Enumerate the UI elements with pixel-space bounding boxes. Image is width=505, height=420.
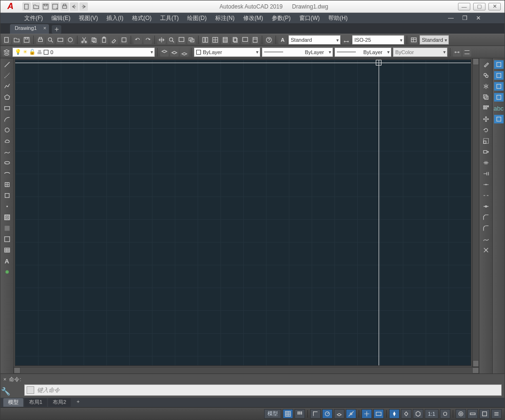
- gradient-icon[interactable]: [2, 224, 12, 233]
- ellipse-icon[interactable]: [2, 159, 12, 167]
- maximize-button[interactable]: ▢: [473, 3, 486, 10]
- layer-match-icon[interactable]: [160, 48, 169, 56]
- saveas-icon[interactable]: [51, 2, 59, 11]
- scroll-track[interactable]: [20, 367, 472, 373]
- array-icon[interactable]: [481, 104, 491, 112]
- copy-object-icon[interactable]: [481, 71, 491, 80]
- menu-insert[interactable]: 插入(I): [106, 14, 123, 22]
- fillet-icon[interactable]: [481, 224, 491, 233]
- redo-icon[interactable]: [79, 2, 88, 11]
- dim6-icon[interactable]: [494, 115, 504, 123]
- region-icon[interactable]: [2, 235, 12, 243]
- layer-prev-icon[interactable]: [170, 48, 179, 56]
- break-icon[interactable]: [481, 191, 491, 200]
- snap-toggle[interactable]: [295, 409, 305, 419]
- command-close-icon[interactable]: ×: [3, 376, 6, 382]
- document-tab[interactable]: Drawing1 ×: [10, 24, 49, 34]
- qnew-icon[interactable]: [2, 36, 11, 44]
- minimize-button[interactable]: —: [458, 3, 470, 10]
- dimstyle-combo[interactable]: ISO-25: [352, 35, 404, 45]
- mirror-icon[interactable]: [481, 82, 491, 91]
- ellipse-arc-icon[interactable]: [2, 169, 12, 178]
- customization-icon[interactable]: [491, 409, 502, 419]
- drawing-canvas[interactable]: [15, 59, 471, 366]
- make-block-icon[interactable]: [2, 191, 12, 200]
- dim5-icon[interactable]: abc: [494, 104, 504, 112]
- revcloud-icon[interactable]: [2, 137, 12, 145]
- menu-modify[interactable]: 修改(M): [243, 14, 263, 22]
- open-icon[interactable]: [32, 2, 40, 11]
- undo-icon[interactable]: [133, 36, 142, 44]
- undo-icon[interactable]: [70, 2, 78, 11]
- tab-close-icon[interactable]: ×: [43, 25, 46, 31]
- hatch-icon[interactable]: [2, 213, 12, 222]
- erase-icon[interactable]: [481, 60, 491, 69]
- scroll-track[interactable]: [473, 65, 479, 360]
- blend-icon[interactable]: [481, 235, 491, 243]
- zoomwin-icon[interactable]: [177, 36, 186, 44]
- new-icon[interactable]: [22, 2, 31, 11]
- dim4-icon[interactable]: [494, 93, 504, 102]
- isodraft-toggle[interactable]: [334, 409, 344, 419]
- sheetset-icon[interactable]: [231, 36, 239, 44]
- model-tab[interactable]: 模型: [3, 398, 23, 407]
- grid-toggle[interactable]: [283, 409, 293, 419]
- quick-properties-toggle[interactable]: [479, 409, 490, 419]
- layout2-tab[interactable]: 布局2: [48, 398, 71, 407]
- selection-cycling-toggle[interactable]: [401, 409, 411, 419]
- mdi-restore-icon[interactable]: ❐: [462, 15, 467, 21]
- menu-help[interactable]: 帮助(H): [328, 14, 348, 22]
- add-layout-button[interactable]: +: [72, 398, 84, 407]
- command-settings-icon[interactable]: 🔧: [0, 387, 11, 396]
- offset-icon[interactable]: [481, 93, 491, 102]
- line-icon[interactable]: [2, 60, 12, 69]
- matchprop-icon[interactable]: [110, 36, 118, 44]
- dim-linear-icon[interactable]: [453, 48, 461, 56]
- menu-view[interactable]: 视图(V): [79, 14, 98, 22]
- redo-icon[interactable]: [143, 36, 152, 44]
- help-icon[interactable]: [265, 36, 273, 44]
- menu-tools[interactable]: 工具(T): [160, 14, 179, 22]
- blockeditor-icon[interactable]: [120, 36, 128, 44]
- anno-visibility-toggle[interactable]: [440, 409, 450, 419]
- save-icon[interactable]: [41, 2, 50, 11]
- preview-icon[interactable]: [46, 36, 55, 44]
- 3dosnap-toggle[interactable]: [413, 409, 423, 419]
- print-icon[interactable]: [60, 2, 69, 11]
- status-model[interactable]: 模型: [264, 409, 281, 419]
- insert-block-icon[interactable]: [2, 180, 12, 189]
- mtext-icon[interactable]: A: [2, 257, 12, 265]
- dim3-icon[interactable]: [494, 82, 504, 91]
- vertical-scrollbar[interactable]: [472, 58, 479, 367]
- dimstyle-icon[interactable]: [342, 36, 351, 44]
- move-icon[interactable]: [481, 115, 491, 123]
- construction-line-icon[interactable]: [2, 71, 12, 80]
- command-input[interactable]: 键入命令: [37, 386, 499, 394]
- tablestyle-icon[interactable]: [410, 36, 418, 44]
- table-icon[interactable]: [2, 246, 12, 254]
- new-tab-button[interactable]: +: [52, 25, 61, 34]
- chamfer-icon[interactable]: [481, 213, 491, 222]
- scroll-up-icon[interactable]: [473, 58, 479, 65]
- layer-manager-icon[interactable]: [2, 48, 11, 56]
- dim2-icon[interactable]: [494, 71, 504, 80]
- ortho-toggle[interactable]: [310, 409, 321, 419]
- scale-icon[interactable]: [481, 137, 491, 145]
- circle-icon[interactable]: [2, 126, 12, 134]
- save-icon[interactable]: [22, 36, 31, 44]
- plot-icon[interactable]: [36, 36, 45, 44]
- spline-icon[interactable]: [2, 148, 12, 156]
- layer-state-icon[interactable]: [180, 48, 189, 56]
- zoom-icon[interactable]: [167, 36, 176, 44]
- 3ddwf-icon[interactable]: [66, 36, 75, 44]
- quickcalc-icon[interactable]: [251, 36, 259, 44]
- workspace-switch[interactable]: [456, 409, 466, 419]
- layer-combo[interactable]: 💡 ☀ 🔓 🖶 0: [12, 47, 155, 57]
- zoomprev-icon[interactable]: [187, 36, 196, 44]
- polygon-icon[interactable]: [2, 93, 12, 102]
- menu-edit[interactable]: 编辑(E): [51, 14, 70, 22]
- explode-icon[interactable]: [481, 246, 491, 254]
- copy-icon[interactable]: [90, 36, 98, 44]
- color-combo[interactable]: ByLayer: [194, 47, 260, 57]
- textstyle-icon[interactable]: A: [278, 36, 287, 44]
